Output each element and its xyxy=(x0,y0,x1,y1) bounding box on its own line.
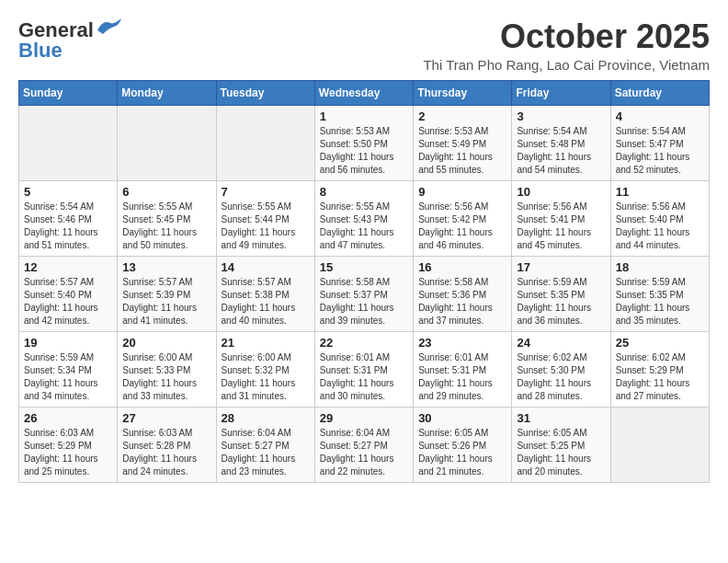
calendar-cell: 19Sunrise: 5:59 AMSunset: 5:34 PMDayligh… xyxy=(19,331,118,407)
day-number: 20 xyxy=(122,336,210,350)
page-header: General Blue October 2025 Thi Tran Pho R… xyxy=(18,18,710,73)
weekday-tuesday: Tuesday xyxy=(216,80,314,105)
day-number: 11 xyxy=(616,185,704,199)
cell-info: Sunrise: 6:02 AMSunset: 5:29 PMDaylight:… xyxy=(616,351,704,403)
day-number: 16 xyxy=(418,260,506,274)
cell-info: Sunrise: 5:55 AMSunset: 5:43 PMDaylight:… xyxy=(320,201,408,252)
day-number: 14 xyxy=(222,260,310,274)
day-number: 15 xyxy=(320,260,408,274)
calendar-cell: 14Sunrise: 5:57 AMSunset: 5:38 PMDayligh… xyxy=(216,256,314,331)
day-number: 13 xyxy=(122,260,210,274)
day-number: 2 xyxy=(418,109,506,123)
day-number: 24 xyxy=(517,336,605,350)
calendar-cell: 10Sunrise: 5:56 AMSunset: 5:41 PMDayligh… xyxy=(512,180,610,256)
calendar-cell xyxy=(118,105,216,180)
calendar-cell: 22Sunrise: 6:01 AMSunset: 5:31 PMDayligh… xyxy=(314,331,413,407)
day-number: 7 xyxy=(222,185,310,199)
day-number: 31 xyxy=(517,411,605,425)
calendar-cell: 5Sunrise: 5:54 AMSunset: 5:46 PMDaylight… xyxy=(19,180,118,256)
cell-info: Sunrise: 5:55 AMSunset: 5:45 PMDaylight:… xyxy=(122,201,210,252)
cell-info: Sunrise: 5:54 AMSunset: 5:48 PMDaylight:… xyxy=(517,125,605,177)
calendar-cell: 15Sunrise: 5:58 AMSunset: 5:37 PMDayligh… xyxy=(314,256,413,331)
cell-info: Sunrise: 6:05 AMSunset: 5:25 PMDaylight:… xyxy=(517,427,605,478)
month-year: October 2025 xyxy=(423,18,710,55)
calendar-cell: 12Sunrise: 5:57 AMSunset: 5:40 PMDayligh… xyxy=(19,256,118,331)
calendar-cell: 18Sunrise: 5:59 AMSunset: 5:35 PMDayligh… xyxy=(610,256,709,331)
calendar-week-2: 12Sunrise: 5:57 AMSunset: 5:40 PMDayligh… xyxy=(19,256,710,331)
calendar-cell: 16Sunrise: 5:58 AMSunset: 5:36 PMDayligh… xyxy=(414,256,512,331)
calendar-cell: 25Sunrise: 6:02 AMSunset: 5:29 PMDayligh… xyxy=(610,331,709,407)
cell-info: Sunrise: 5:59 AMSunset: 5:34 PMDaylight:… xyxy=(24,351,112,403)
calendar-cell: 20Sunrise: 6:00 AMSunset: 5:33 PMDayligh… xyxy=(118,331,216,407)
cell-info: Sunrise: 5:57 AMSunset: 5:40 PMDaylight:… xyxy=(24,276,112,327)
cell-info: Sunrise: 6:01 AMSunset: 5:31 PMDaylight:… xyxy=(320,351,408,403)
day-number: 26 xyxy=(24,411,112,425)
day-number: 1 xyxy=(320,109,408,123)
day-number: 6 xyxy=(122,185,210,199)
weekday-saturday: Saturday xyxy=(610,80,709,105)
calendar-cell xyxy=(19,105,118,180)
cell-info: Sunrise: 6:02 AMSunset: 5:30 PMDaylight:… xyxy=(517,351,605,403)
weekday-monday: Monday xyxy=(118,80,216,105)
calendar-cell: 28Sunrise: 6:04 AMSunset: 5:27 PMDayligh… xyxy=(216,407,314,482)
day-number: 23 xyxy=(418,336,506,350)
calendar-week-3: 19Sunrise: 5:59 AMSunset: 5:34 PMDayligh… xyxy=(19,331,710,407)
calendar-cell: 9Sunrise: 5:56 AMSunset: 5:42 PMDaylight… xyxy=(414,180,512,256)
calendar-cell: 7Sunrise: 5:55 AMSunset: 5:44 PMDaylight… xyxy=(216,180,314,256)
calendar-week-1: 5Sunrise: 5:54 AMSunset: 5:46 PMDaylight… xyxy=(19,180,710,256)
cell-info: Sunrise: 6:03 AMSunset: 5:29 PMDaylight:… xyxy=(24,427,112,478)
cell-info: Sunrise: 5:57 AMSunset: 5:38 PMDaylight:… xyxy=(222,276,310,327)
cell-info: Sunrise: 5:59 AMSunset: 5:35 PMDaylight:… xyxy=(616,276,704,327)
cell-info: Sunrise: 5:53 AMSunset: 5:49 PMDaylight:… xyxy=(418,125,506,177)
cell-info: Sunrise: 5:58 AMSunset: 5:37 PMDaylight:… xyxy=(320,276,408,327)
calendar-cell: 30Sunrise: 6:05 AMSunset: 5:26 PMDayligh… xyxy=(414,407,512,482)
weekday-friday: Friday xyxy=(512,80,610,105)
calendar-cell: 2Sunrise: 5:53 AMSunset: 5:49 PMDaylight… xyxy=(414,105,512,180)
calendar-body: 1Sunrise: 5:53 AMSunset: 5:50 PMDaylight… xyxy=(19,105,710,482)
calendar-week-4: 26Sunrise: 6:03 AMSunset: 5:29 PMDayligh… xyxy=(19,407,710,482)
weekday-thursday: Thursday xyxy=(414,80,512,105)
day-number: 25 xyxy=(616,336,704,350)
calendar-cell: 24Sunrise: 6:02 AMSunset: 5:30 PMDayligh… xyxy=(512,331,610,407)
calendar-cell: 23Sunrise: 6:01 AMSunset: 5:31 PMDayligh… xyxy=(414,331,512,407)
calendar-cell: 13Sunrise: 5:57 AMSunset: 5:39 PMDayligh… xyxy=(118,256,216,331)
calendar-cell: 1Sunrise: 5:53 AMSunset: 5:50 PMDaylight… xyxy=(314,105,413,180)
calendar-table: SundayMondayTuesdayWednesdayThursdayFrid… xyxy=(18,80,710,483)
day-number: 19 xyxy=(24,336,112,350)
day-number: 27 xyxy=(122,411,210,425)
calendar-cell: 31Sunrise: 6:05 AMSunset: 5:25 PMDayligh… xyxy=(512,407,610,482)
day-number: 4 xyxy=(616,109,704,123)
cell-info: Sunrise: 5:56 AMSunset: 5:41 PMDaylight:… xyxy=(517,201,605,252)
cell-info: Sunrise: 5:54 AMSunset: 5:46 PMDaylight:… xyxy=(24,201,112,252)
cell-info: Sunrise: 5:58 AMSunset: 5:36 PMDaylight:… xyxy=(418,276,506,327)
day-number: 12 xyxy=(24,260,112,274)
day-number: 18 xyxy=(616,260,704,274)
weekday-sunday: Sunday xyxy=(19,80,118,105)
day-number: 5 xyxy=(24,185,112,199)
cell-info: Sunrise: 6:04 AMSunset: 5:27 PMDaylight:… xyxy=(222,427,310,478)
calendar-cell: 4Sunrise: 5:54 AMSunset: 5:47 PMDaylight… xyxy=(610,105,709,180)
calendar-cell: 11Sunrise: 5:56 AMSunset: 5:40 PMDayligh… xyxy=(610,180,709,256)
calendar-cell xyxy=(610,407,709,482)
day-number: 17 xyxy=(517,260,605,274)
weekday-header-row: SundayMondayTuesdayWednesdayThursdayFrid… xyxy=(19,80,710,105)
cell-info: Sunrise: 5:54 AMSunset: 5:47 PMDaylight:… xyxy=(616,125,704,177)
calendar-cell: 29Sunrise: 6:04 AMSunset: 5:27 PMDayligh… xyxy=(314,407,413,482)
logo: General Blue xyxy=(18,18,125,63)
day-number: 8 xyxy=(320,185,408,199)
calendar-cell: 27Sunrise: 6:03 AMSunset: 5:28 PMDayligh… xyxy=(118,407,216,482)
calendar-cell xyxy=(216,105,314,180)
cell-info: Sunrise: 6:03 AMSunset: 5:28 PMDaylight:… xyxy=(122,427,210,478)
cell-info: Sunrise: 5:56 AMSunset: 5:40 PMDaylight:… xyxy=(616,201,704,252)
calendar-cell: 17Sunrise: 5:59 AMSunset: 5:35 PMDayligh… xyxy=(512,256,610,331)
cell-info: Sunrise: 6:00 AMSunset: 5:33 PMDaylight:… xyxy=(122,351,210,403)
weekday-wednesday: Wednesday xyxy=(314,80,413,105)
logo-blue: Blue xyxy=(18,39,63,63)
calendar-cell: 21Sunrise: 6:00 AMSunset: 5:32 PMDayligh… xyxy=(216,331,314,407)
day-number: 9 xyxy=(418,185,506,199)
cell-info: Sunrise: 6:05 AMSunset: 5:26 PMDaylight:… xyxy=(418,427,506,478)
cell-info: Sunrise: 5:53 AMSunset: 5:50 PMDaylight:… xyxy=(320,125,408,177)
calendar-cell: 26Sunrise: 6:03 AMSunset: 5:29 PMDayligh… xyxy=(19,407,118,482)
cell-info: Sunrise: 6:00 AMSunset: 5:32 PMDaylight:… xyxy=(222,351,310,403)
cell-info: Sunrise: 5:55 AMSunset: 5:44 PMDaylight:… xyxy=(222,201,310,252)
